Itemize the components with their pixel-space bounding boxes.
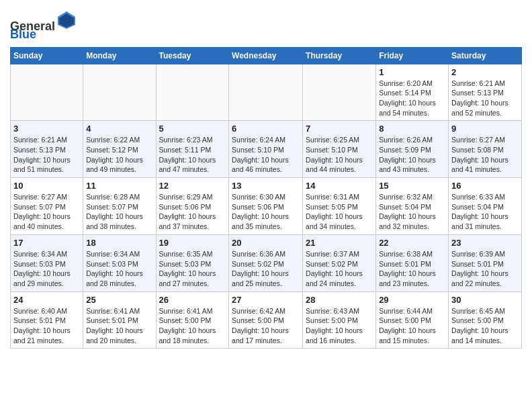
calendar-cell: 21Sunrise: 6:37 AM Sunset: 5:02 PM Dayli… <box>303 234 376 291</box>
calendar-cell: 26Sunrise: 6:41 AM Sunset: 5:00 PM Dayli… <box>156 291 229 349</box>
day-info: Sunrise: 6:40 AM Sunset: 5:01 PM Dayligh… <box>13 306 80 346</box>
calendar-cell: 19Sunrise: 6:35 AM Sunset: 5:03 PM Dayli… <box>156 234 229 291</box>
calendar-header-sunday: Sunday <box>11 47 83 64</box>
calendar-cell: 6Sunrise: 6:24 AM Sunset: 5:10 PM Daylig… <box>229 121 303 178</box>
calendar-cell: 28Sunrise: 6:43 AM Sunset: 5:00 PM Dayli… <box>303 291 376 349</box>
day-number: 19 <box>159 238 226 248</box>
day-info: Sunrise: 6:22 AM Sunset: 5:12 PM Dayligh… <box>86 135 152 175</box>
day-number: 17 <box>13 238 80 248</box>
day-number: 25 <box>86 295 152 305</box>
day-info: Sunrise: 6:41 AM Sunset: 5:01 PM Dayligh… <box>86 306 152 346</box>
page-container: General Blue SundayMondayTuesdayWednesda… <box>0 0 532 355</box>
day-number: 23 <box>451 238 519 248</box>
header: General Blue <box>10 7 522 42</box>
calendar-cell <box>11 64 83 121</box>
calendar-cell <box>83 64 156 121</box>
day-number: 16 <box>451 181 519 191</box>
day-info: Sunrise: 6:43 AM Sunset: 5:00 PM Dayligh… <box>306 306 373 346</box>
calendar-cell: 25Sunrise: 6:41 AM Sunset: 5:01 PM Dayli… <box>83 291 156 349</box>
calendar-cell: 29Sunrise: 6:44 AM Sunset: 5:00 PM Dayli… <box>376 291 449 349</box>
day-number: 2 <box>451 67 519 77</box>
day-number: 27 <box>232 295 300 305</box>
calendar-header-saturday: Saturday <box>449 47 522 64</box>
day-number: 9 <box>451 124 519 134</box>
calendar-cell: 20Sunrise: 6:36 AM Sunset: 5:02 PM Dayli… <box>229 234 303 291</box>
day-info: Sunrise: 6:24 AM Sunset: 5:10 PM Dayligh… <box>232 135 300 175</box>
day-info: Sunrise: 6:39 AM Sunset: 5:01 PM Dayligh… <box>451 249 519 289</box>
day-number: 15 <box>379 181 445 191</box>
day-info: Sunrise: 6:21 AM Sunset: 5:13 PM Dayligh… <box>451 79 519 118</box>
day-info: Sunrise: 6:34 AM Sunset: 5:03 PM Dayligh… <box>13 249 80 289</box>
logo-icon <box>56 10 77 30</box>
day-number: 4 <box>86 124 152 134</box>
calendar-cell: 12Sunrise: 6:29 AM Sunset: 5:06 PM Dayli… <box>156 178 229 235</box>
day-info: Sunrise: 6:27 AM Sunset: 5:08 PM Dayligh… <box>451 135 519 175</box>
day-info: Sunrise: 6:30 AM Sunset: 5:06 PM Dayligh… <box>232 192 300 232</box>
calendar-cell: 1Sunrise: 6:20 AM Sunset: 5:14 PM Daylig… <box>376 64 449 121</box>
day-number: 6 <box>232 124 300 134</box>
day-number: 8 <box>379 124 445 134</box>
calendar-cell: 24Sunrise: 6:40 AM Sunset: 5:01 PM Dayli… <box>11 291 83 349</box>
day-info: Sunrise: 6:36 AM Sunset: 5:02 PM Dayligh… <box>232 249 300 289</box>
calendar-cell: 15Sunrise: 6:32 AM Sunset: 5:04 PM Dayli… <box>376 178 449 235</box>
day-number: 11 <box>86 181 152 191</box>
calendar-cell: 8Sunrise: 6:26 AM Sunset: 5:09 PM Daylig… <box>376 121 449 178</box>
calendar-cell: 13Sunrise: 6:30 AM Sunset: 5:06 PM Dayli… <box>229 178 303 235</box>
calendar-cell: 23Sunrise: 6:39 AM Sunset: 5:01 PM Dayli… <box>449 234 522 291</box>
calendar-cell <box>303 64 376 121</box>
day-info: Sunrise: 6:42 AM Sunset: 5:00 PM Dayligh… <box>232 306 300 346</box>
day-info: Sunrise: 6:37 AM Sunset: 5:02 PM Dayligh… <box>306 249 373 289</box>
calendar-header-wednesday: Wednesday <box>229 47 303 64</box>
day-number: 21 <box>306 238 373 248</box>
calendar-cell: 11Sunrise: 6:28 AM Sunset: 5:07 PM Dayli… <box>83 178 156 235</box>
calendar-header-monday: Monday <box>83 47 156 64</box>
day-number: 13 <box>232 181 300 191</box>
day-number: 29 <box>379 295 445 305</box>
logo-blue-text: Blue <box>10 28 36 41</box>
calendar-cell: 30Sunrise: 6:45 AM Sunset: 5:00 PM Dayli… <box>449 291 522 349</box>
calendar-week-row: 24Sunrise: 6:40 AM Sunset: 5:01 PM Dayli… <box>11 291 522 349</box>
day-number: 22 <box>379 238 445 248</box>
day-info: Sunrise: 6:27 AM Sunset: 5:07 PM Dayligh… <box>13 192 80 232</box>
calendar-header-tuesday: Tuesday <box>156 47 229 64</box>
calendar-cell: 17Sunrise: 6:34 AM Sunset: 5:03 PM Dayli… <box>11 234 83 291</box>
day-number: 5 <box>159 124 226 134</box>
day-number: 30 <box>451 295 519 305</box>
day-info: Sunrise: 6:34 AM Sunset: 5:03 PM Dayligh… <box>86 249 152 289</box>
day-info: Sunrise: 6:21 AM Sunset: 5:13 PM Dayligh… <box>13 135 80 175</box>
day-info: Sunrise: 6:28 AM Sunset: 5:07 PM Dayligh… <box>86 192 152 232</box>
calendar-cell: 3Sunrise: 6:21 AM Sunset: 5:13 PM Daylig… <box>11 121 83 178</box>
day-info: Sunrise: 6:33 AM Sunset: 5:04 PM Dayligh… <box>451 192 519 232</box>
day-info: Sunrise: 6:38 AM Sunset: 5:01 PM Dayligh… <box>379 249 445 289</box>
day-number: 24 <box>13 295 80 305</box>
calendar-cell: 4Sunrise: 6:22 AM Sunset: 5:12 PM Daylig… <box>83 121 156 178</box>
day-number: 28 <box>306 295 373 305</box>
logo: General Blue <box>10 10 77 42</box>
day-info: Sunrise: 6:41 AM Sunset: 5:00 PM Dayligh… <box>159 306 226 346</box>
calendar-header-thursday: Thursday <box>303 47 376 64</box>
day-number: 12 <box>159 181 226 191</box>
day-number: 3 <box>13 124 80 134</box>
day-info: Sunrise: 6:29 AM Sunset: 5:06 PM Dayligh… <box>159 192 226 232</box>
day-number: 18 <box>86 238 152 248</box>
calendar-header-friday: Friday <box>376 47 449 64</box>
day-info: Sunrise: 6:20 AM Sunset: 5:14 PM Dayligh… <box>379 79 445 118</box>
calendar-table: SundayMondayTuesdayWednesdayThursdayFrid… <box>10 47 522 349</box>
calendar-cell <box>229 64 303 121</box>
calendar-cell <box>156 64 229 121</box>
day-info: Sunrise: 6:45 AM Sunset: 5:00 PM Dayligh… <box>451 306 519 346</box>
day-number: 1 <box>379 67 445 77</box>
calendar-cell: 7Sunrise: 6:25 AM Sunset: 5:10 PM Daylig… <box>303 121 376 178</box>
day-info: Sunrise: 6:26 AM Sunset: 5:09 PM Dayligh… <box>379 135 445 175</box>
calendar-header-row: SundayMondayTuesdayWednesdayThursdayFrid… <box>11 47 522 64</box>
day-info: Sunrise: 6:35 AM Sunset: 5:03 PM Dayligh… <box>159 249 226 289</box>
day-number: 10 <box>13 181 80 191</box>
day-number: 20 <box>232 238 300 248</box>
calendar-cell: 18Sunrise: 6:34 AM Sunset: 5:03 PM Dayli… <box>83 234 156 291</box>
calendar-week-row: 3Sunrise: 6:21 AM Sunset: 5:13 PM Daylig… <box>11 121 522 178</box>
calendar-cell: 2Sunrise: 6:21 AM Sunset: 5:13 PM Daylig… <box>449 64 522 121</box>
calendar-week-row: 10Sunrise: 6:27 AM Sunset: 5:07 PM Dayli… <box>11 178 522 235</box>
day-info: Sunrise: 6:32 AM Sunset: 5:04 PM Dayligh… <box>379 192 445 232</box>
day-number: 26 <box>159 295 226 305</box>
day-info: Sunrise: 6:23 AM Sunset: 5:11 PM Dayligh… <box>159 135 226 175</box>
